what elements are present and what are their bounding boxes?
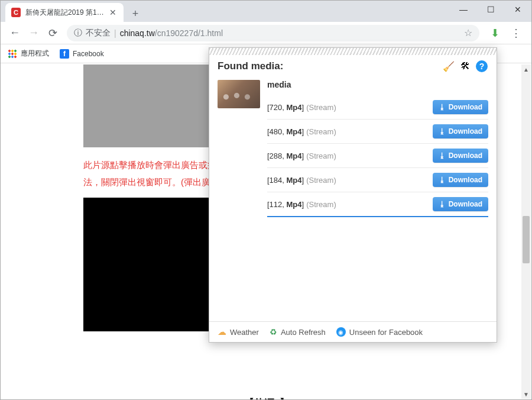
window-maximize-button[interactable]: ☐ bbox=[477, 1, 504, 18]
download-button[interactable]: ⭳Download bbox=[433, 149, 488, 163]
bookmark-star-icon[interactable]: ☆ bbox=[464, 27, 472, 38]
tab-favicon: C bbox=[11, 8, 21, 17]
stream-meta: (Stream) bbox=[306, 200, 336, 209]
facebook-icon: f bbox=[60, 49, 69, 59]
download-button-label: Download bbox=[449, 200, 482, 208]
download-icon: ⭳ bbox=[439, 176, 446, 184]
window-close-button[interactable]: ✕ bbox=[504, 1, 531, 18]
stream-meta: (Stream) bbox=[306, 127, 336, 136]
url-host: chinaq.tw bbox=[120, 28, 155, 38]
settings-tools-icon[interactable]: 🛠 bbox=[459, 60, 472, 73]
clear-list-icon[interactable]: 🧹 bbox=[442, 60, 455, 73]
help-button[interactable]: ? bbox=[475, 60, 488, 73]
insecure-label: 不安全 bbox=[86, 28, 111, 38]
download-button-label: Download bbox=[449, 103, 482, 111]
footer-auto-refresh-label: Auto Refresh bbox=[281, 328, 326, 337]
stream-meta: (Stream) bbox=[306, 151, 336, 160]
bookmark-apps-label: 應用程式 bbox=[21, 49, 49, 59]
eye-icon: ◉ bbox=[336, 327, 346, 337]
bookmark-facebook-label: Facebook bbox=[73, 50, 104, 58]
media-title: media bbox=[267, 80, 488, 89]
window-controls: — ☐ ✕ bbox=[450, 1, 531, 18]
footer-unseen-fb[interactable]: ◉ Unseen for Facebook bbox=[336, 327, 423, 337]
popup-title: Found media: bbox=[218, 60, 283, 72]
nav-reload-button[interactable]: ⟳ bbox=[43, 24, 62, 43]
tab-close-icon[interactable]: ✕ bbox=[108, 8, 118, 17]
address-bar-row: ← → ⟳ ⓘ 不安全 | chinaq.tw /cn190227d/1.htm… bbox=[1, 22, 531, 44]
download-icon: ⭳ bbox=[439, 103, 446, 111]
nav-forward-button[interactable]: → bbox=[24, 24, 43, 43]
stream-row: [480, Mp4] (Stream)⭳Download bbox=[267, 120, 488, 144]
scroll-down-icon[interactable]: ▼ bbox=[521, 389, 531, 399]
popup-body: media [720, Mp4] (Stream)⭳Download[480, … bbox=[209, 80, 497, 321]
stream-meta: (Stream) bbox=[306, 176, 336, 185]
footer-unseen-fb-label: Unseen for Facebook bbox=[349, 328, 423, 337]
scroll-up-icon[interactable]: ▲ bbox=[521, 64, 531, 74]
scroll-track[interactable] bbox=[521, 74, 531, 389]
download-icon: ⭳ bbox=[439, 200, 446, 208]
bookmark-facebook[interactable]: f Facebook bbox=[60, 49, 104, 59]
omnibox-sep: | bbox=[114, 28, 116, 38]
stream-label: [720, Mp4] bbox=[267, 103, 304, 112]
weather-icon: ☁ bbox=[218, 327, 226, 337]
scroll-thumb[interactable] bbox=[523, 216, 530, 263]
tab-title: 新倚天屠龍記2019 第1集 - China bbox=[25, 8, 108, 18]
stream-meta: (Stream) bbox=[306, 103, 336, 112]
stream-row: [184, Mp4] (Stream)⭳Download bbox=[267, 168, 488, 192]
download-button[interactable]: ⭳Download bbox=[433, 124, 488, 138]
download-button-label: Download bbox=[449, 176, 482, 184]
popup-footer: ☁ Weather ♻ Auto Refresh ◉ Unseen for Fa… bbox=[209, 321, 497, 342]
window-minimize-button[interactable]: — bbox=[450, 1, 477, 18]
browser-tab-active[interactable]: C 新倚天屠龍記2019 第1集 - China ✕ bbox=[5, 3, 124, 22]
apps-grid-icon bbox=[8, 49, 17, 59]
media-thumbnail bbox=[218, 80, 260, 108]
omnibox[interactable]: ⓘ 不安全 | chinaq.tw /cn190227d/1.html ☆ bbox=[67, 25, 479, 41]
stream-row: [288, Mp4] (Stream)⭳Download bbox=[267, 144, 488, 168]
footer-weather-label: Weather bbox=[230, 328, 259, 337]
download-button[interactable]: ⭳Download bbox=[433, 197, 488, 211]
extension-download-icon[interactable]: ⬇ bbox=[486, 25, 503, 41]
footer-weather[interactable]: ☁ Weather bbox=[218, 327, 259, 337]
recycle-icon: ♻ bbox=[270, 327, 277, 337]
download-extension-popup: Found media: 🧹 🛠 ? media [720, Mp4] (Str… bbox=[209, 47, 497, 343]
download-icon: ⭳ bbox=[439, 151, 446, 160]
url-path: /cn190227d/1.html bbox=[155, 28, 223, 38]
download-button[interactable]: ⭳Download bbox=[433, 100, 488, 114]
nav-back-button[interactable]: ← bbox=[5, 24, 24, 43]
download-button-label: Download bbox=[449, 151, 482, 160]
stream-row: [720, Mp4] (Stream)⭳Download bbox=[267, 95, 488, 120]
help-icon: ? bbox=[476, 60, 488, 72]
source-title: 【片源5】 bbox=[83, 396, 450, 399]
vertical-scrollbar[interactable]: ▲ ▼ bbox=[521, 64, 531, 399]
stream-label: [480, Mp4] bbox=[267, 127, 304, 136]
site-info-icon[interactable]: ⓘ bbox=[74, 28, 82, 38]
footer-auto-refresh[interactable]: ♻ Auto Refresh bbox=[270, 327, 326, 337]
download-icon: ⭳ bbox=[439, 127, 446, 136]
stream-label: [112, Mp4] bbox=[267, 200, 304, 209]
popup-header: Found media: 🧹 🛠 ? bbox=[209, 55, 497, 80]
stream-row: [112, Mp4] (Stream)⭳Download bbox=[267, 192, 488, 217]
popup-grip bbox=[209, 48, 497, 55]
new-tab-button[interactable]: + bbox=[127, 5, 144, 22]
stream-label: [288, Mp4] bbox=[267, 151, 304, 160]
download-button[interactable]: ⭳Download bbox=[433, 173, 488, 187]
bookmark-apps[interactable]: 應用程式 bbox=[8, 49, 49, 59]
download-button-label: Download bbox=[449, 127, 482, 136]
browser-menu-button[interactable]: ⋮ bbox=[508, 25, 524, 41]
stream-label: [184, Mp4] bbox=[267, 176, 304, 185]
